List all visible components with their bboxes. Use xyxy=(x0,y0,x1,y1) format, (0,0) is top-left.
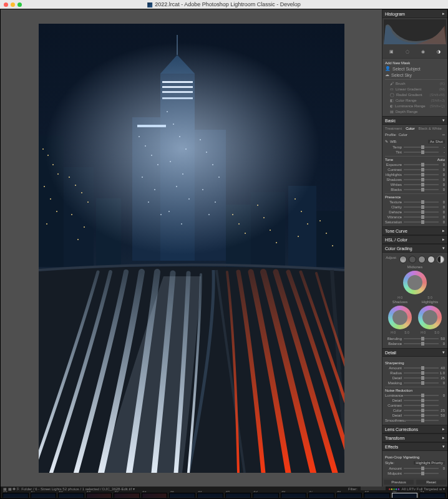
minimize-window-button[interactable] xyxy=(11,2,15,7)
info-right[interactable]: Filter: ●●●●● All LRTv Full Targeted w ▾ xyxy=(348,487,445,491)
person-icon: 👤 xyxy=(385,66,391,71)
filmstrip-thumb[interactable]: 27 xyxy=(31,493,57,498)
cg-mode-selector[interactable]: Adjust xyxy=(385,254,445,264)
mask-brush[interactable]: 🖌 Brush(K) xyxy=(385,81,445,86)
shadows-wheel[interactable]: Shadows H 0S 0 xyxy=(386,299,414,334)
mask-depth[interactable]: ▤ Depth Range xyxy=(385,109,445,114)
mask-linear[interactable]: ▭ Linear Gradient(M) xyxy=(385,86,445,92)
mask-radial[interactable]: ◯ Radial Gradient(Shift+M) xyxy=(385,92,445,97)
filmstrip[interactable]: 26 27 28 29 30 xyxy=(1,491,447,498)
filmstrip-thumb[interactable]: 39 xyxy=(364,493,390,498)
slider-color[interactable]: Color 25 xyxy=(385,408,445,413)
filmstrip-thumb[interactable]: 26 xyxy=(2,493,29,498)
slider-detail[interactable]: Detail 50 xyxy=(385,413,445,418)
filmstrip-thumb[interactable]: 29 xyxy=(86,493,112,498)
svg-rect-46 xyxy=(332,245,333,246)
slider-dehaze[interactable]: Dehaze 0 xyxy=(385,210,445,215)
filmstrip-thumb[interactable]: 38 xyxy=(336,493,363,498)
profile-row[interactable]: Profile: Color ▫▫ xyxy=(385,132,445,138)
mask-lum[interactable]: ◐ Luminance Range(Shift+Q) xyxy=(385,103,445,109)
filmstrip-thumb[interactable]: 36 xyxy=(281,493,307,498)
slider-highlights[interactable]: Highlights 0 xyxy=(385,172,445,177)
thumb-index: 33 xyxy=(198,491,202,493)
filmstrip-thumb[interactable]: 37 xyxy=(308,493,334,498)
effects-body: Post-Crop Vignetting Style: Highlight Pr… xyxy=(382,451,447,478)
filmstrip-thumb[interactable]: 41 xyxy=(419,493,446,498)
bottom-edge xyxy=(1,498,447,498)
slider-shadows[interactable]: Shadows 0 xyxy=(385,177,445,182)
histogram-display[interactable] xyxy=(384,19,446,44)
canvas-area[interactable] xyxy=(1,9,382,487)
filmstrip-thumb[interactable]: 30 xyxy=(114,493,140,498)
detail-header[interactable]: Detail▾ xyxy=(382,348,447,357)
mask-sky[interactable]: ☁ Select Sky xyxy=(385,72,445,78)
slider-tint[interactable]: Tint - xyxy=(385,150,445,155)
heal-tool-icon[interactable]: ◌ xyxy=(403,47,412,56)
filmstrip-thumb[interactable]: 32 xyxy=(169,493,195,498)
thumb-index: 30 xyxy=(114,491,119,493)
slider-radius[interactable]: Radius 1.0 xyxy=(385,371,445,375)
info-left[interactable]: ▦ ▦ ✚ ⎘ Folder / 6 - Street Lights 52 ph… xyxy=(3,487,135,491)
filmstrip-thumb[interactable]: 34 xyxy=(225,493,251,498)
slider-clarity[interactable]: Clarity 0 xyxy=(385,205,445,210)
slider-whites[interactable]: Whites 0 xyxy=(385,182,445,187)
slider-midpoint[interactable]: Midpoint xyxy=(385,471,445,476)
hsl-header[interactable]: HSL / Color▸ xyxy=(382,235,447,244)
reset-button[interactable]: Reset xyxy=(416,480,446,485)
zoom-window-button[interactable] xyxy=(17,2,22,7)
slider-saturation[interactable]: Saturation 0 xyxy=(385,220,445,225)
histogram-header[interactable]: Histogram▸ xyxy=(382,9,447,18)
slider-amount[interactable]: Amount 0 xyxy=(385,466,445,471)
sky-icon: ☁ xyxy=(385,72,389,77)
colorgrading-body: Adjust Midtones H 0S 0 Shadows xyxy=(382,253,447,348)
lenscorr-header[interactable]: Lens Corrections▸ xyxy=(382,425,447,434)
slider-blacks[interactable]: Blacks 0 xyxy=(385,187,445,192)
slider-temp[interactable]: Temp - xyxy=(385,145,445,150)
filmstrip-thumb[interactable]: 28 xyxy=(58,493,84,498)
colorgrading-header[interactable]: Color Grading▾ xyxy=(382,244,447,253)
mask-person[interactable]: 👤 Select Subject xyxy=(385,65,445,72)
redeye-tool-icon[interactable]: ◉ xyxy=(419,47,427,56)
slider-masking[interactable]: Masking 0 xyxy=(385,380,445,385)
basic-header[interactable]: Basic▾ xyxy=(382,116,447,125)
masking-tool-icon[interactable]: ◑ xyxy=(434,47,443,56)
effects-header[interactable]: Effects▾ xyxy=(382,442,447,451)
lum-icon: ◐ xyxy=(390,104,393,108)
treatment-tabs[interactable]: Treatment Color Black & White xyxy=(385,127,445,132)
balance-slider[interactable]: Balance 0 xyxy=(385,341,445,346)
slider-contrast[interactable]: Contrast xyxy=(385,403,445,408)
filmstrip-thumb[interactable]: 40 xyxy=(392,493,418,498)
eyedropper-icon[interactable]: ✎ xyxy=(385,139,388,143)
vignette-style[interactable]: Style: Highlight Priority xyxy=(385,460,445,466)
presence-subheader: Presence xyxy=(385,193,445,200)
previous-button[interactable]: Previous xyxy=(384,480,414,485)
auto-tone-button[interactable]: Auto xyxy=(437,158,445,162)
wb-row[interactable]: ✎ WB: As Shot xyxy=(385,138,445,145)
svg-rect-25 xyxy=(46,223,47,225)
transform-header[interactable]: Transform▸ xyxy=(382,434,447,442)
midtones-wheel[interactable]: Midtones H 0S 0 xyxy=(385,264,445,299)
filmstrip-thumb[interactable]: 33 xyxy=(197,493,223,498)
blending-slider[interactable]: Blending 50 xyxy=(385,336,445,341)
slider-vibrance[interactable]: Vibrance 0 xyxy=(385,215,445,220)
slider-smoothness[interactable]: Smoothness xyxy=(385,418,445,423)
slider-exposure[interactable]: Exposure 0 xyxy=(385,162,445,167)
slider-texture[interactable]: Texture 0 xyxy=(385,200,445,205)
mask-range[interactable]: ◧ Color Range(Shift+J) xyxy=(385,97,445,103)
close-window-button[interactable] xyxy=(4,2,8,7)
svg-rect-30 xyxy=(71,214,72,215)
slider-contrast[interactable]: Contrast 0 xyxy=(385,167,445,172)
slider-amount[interactable]: Amount 40 xyxy=(385,366,445,371)
svg-rect-32 xyxy=(77,239,79,240)
filmstrip-thumb[interactable]: 35 xyxy=(253,493,279,498)
slider-detail[interactable]: Detail xyxy=(385,398,445,403)
highlights-wheel[interactable]: Highlights H 0S 0 xyxy=(416,299,444,334)
filmstrip-thumb[interactable]: 31 xyxy=(142,493,168,498)
detail-body: Sharpening Amount 40 Radius 1.0 Detail 2… xyxy=(382,357,447,425)
thumb-index: 29 xyxy=(87,491,91,493)
slider-luminance[interactable]: Luminance 0 xyxy=(385,393,445,398)
tonecurve-header[interactable]: Tone Curve▸ xyxy=(382,226,447,235)
radial-icon: ◯ xyxy=(390,92,394,97)
crop-tool-icon[interactable]: ▣ xyxy=(387,47,396,56)
slider-detail[interactable]: Detail 25 xyxy=(385,375,445,380)
